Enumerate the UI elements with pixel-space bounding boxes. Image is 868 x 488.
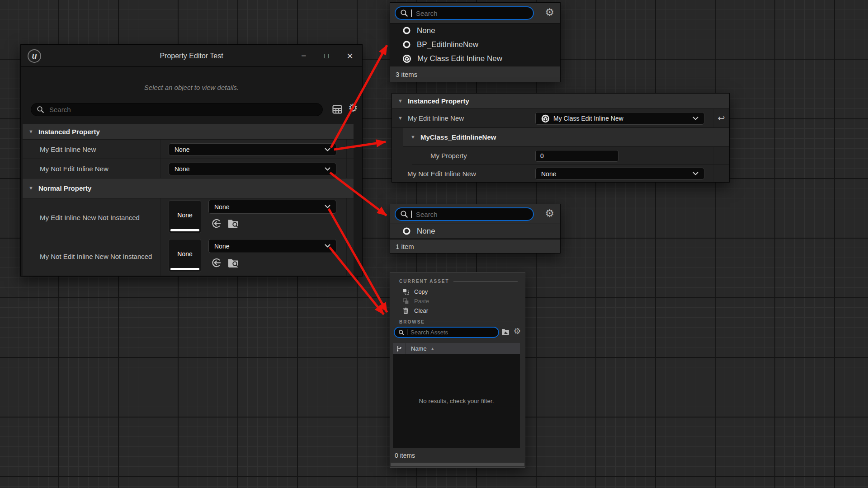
clear-menu-item[interactable]: Clear — [390, 306, 525, 315]
my-edit-inline-new-combo[interactable]: None — [169, 143, 336, 156]
row-my-edit-inline-new-not-instanced: My Edit Inline New Not Instanced None No… — [23, 198, 354, 237]
my-not-edit-inline-new-combo[interactable]: None — [169, 163, 336, 175]
sort-ascending-icon: ▲ — [431, 347, 434, 351]
class-option-label: BP_EditInlineNew — [417, 40, 478, 49]
chevron-down-icon — [693, 117, 698, 121]
reset-to-default-button[interactable]: ↩ — [713, 109, 729, 127]
browse-to-asset-icon[interactable] — [227, 218, 239, 229]
asset-combo[interactable]: None — [208, 239, 336, 253]
minimize-button[interactable]: − — [301, 52, 306, 60]
expander-triangle-icon[interactable]: ▼ — [398, 116, 403, 121]
asset-view-settings-gear-icon[interactable]: ⚙ — [514, 327, 521, 335]
paste-menu-item[interactable]: Paste — [390, 296, 525, 306]
asset-thumbnail[interactable]: None — [169, 239, 201, 272]
column-type-toggle[interactable] — [393, 343, 406, 354]
category-header-instanced-property[interactable]: ▼ Instanced Property — [23, 124, 354, 140]
name-column-header[interactable]: Name ▲ — [406, 345, 434, 352]
property-label: My Edit Inline New — [23, 140, 161, 159]
property-label: My Not Edit Inline New Not Instanced — [23, 237, 161, 276]
class-picker-settings-gear-icon[interactable]: ⚙ — [545, 7, 554, 18]
class-ring-icon — [402, 227, 411, 235]
class-ring-icon — [402, 40, 411, 49]
subobject-label: MyClass_EditInlineNew — [420, 133, 496, 141]
class-picker-search-input[interactable] — [415, 9, 528, 18]
asset-search-box[interactable] — [394, 327, 499, 338]
text-caret — [407, 329, 407, 335]
combo-value: None — [214, 243, 229, 250]
window-titlebar[interactable]: u Property Editor Test − □ × — [21, 45, 362, 67]
class-option-none[interactable]: None — [390, 23, 560, 38]
asset-search-input[interactable] — [410, 328, 495, 336]
empty-results-text: No results, check your filter. — [419, 398, 494, 404]
details-search-input[interactable] — [48, 105, 317, 114]
my-property-number-field[interactable] — [535, 150, 618, 162]
class-option-my-class-edit-inline-new[interactable]: My Class Edit Inline New — [390, 52, 560, 66]
asset-combo[interactable]: None — [208, 200, 336, 214]
details-search-box[interactable] — [31, 103, 323, 116]
instanced-property-panel: ▼ Instanced Property ▼ My Edit Inline Ne… — [392, 93, 730, 183]
category-header-normal-property[interactable]: ▼ Normal Property — [23, 178, 354, 198]
instanced-class-combo[interactable]: My Class Edit Inline New — [535, 112, 704, 125]
search-icon — [400, 9, 408, 17]
chevron-down-icon — [325, 205, 330, 209]
category-label: Instanced Property — [38, 128, 100, 136]
close-button[interactable]: × — [347, 51, 353, 61]
content-folder-icon[interactable] — [501, 328, 509, 335]
class-picker-search-box[interactable] — [395, 6, 534, 20]
editor-desktop-background: u Property Editor Test − □ × Select an o… — [0, 0, 868, 488]
subobject-header-myclass-editinlinenew[interactable]: ▼ MyClass_EditInlineNew — [403, 128, 729, 147]
class-picker-search-input[interactable] — [415, 210, 528, 219]
category-header-instanced-property[interactable]: ▼ Instanced Property — [392, 94, 729, 109]
chevron-down-icon — [325, 148, 330, 152]
combo-value: None — [541, 170, 556, 178]
my-not-edit-inline-new-combo[interactable]: None — [535, 168, 704, 180]
class-option-none[interactable]: None — [390, 224, 560, 238]
asset-item-count: 0 items — [395, 452, 415, 459]
details-settings-gear-icon[interactable]: ⚙ — [348, 103, 358, 113]
use-selected-asset-icon[interactable] — [211, 258, 222, 268]
maximize-button[interactable]: □ — [324, 52, 329, 60]
search-icon — [398, 329, 405, 336]
class-picker-search-box[interactable] — [395, 207, 534, 221]
asset-picker-menu: CURRENT ASSET Copy Paste Clear BROWSE — [390, 272, 525, 468]
class-option-label: None — [417, 26, 435, 35]
class-picker-item-count: 1 item — [390, 239, 560, 253]
details-hint-text: Select an object to view details. — [21, 84, 362, 91]
hierarchy-icon — [396, 346, 402, 352]
paste-icon — [402, 298, 409, 305]
search-icon — [400, 210, 408, 218]
copy-menu-item[interactable]: Copy — [390, 287, 525, 296]
row-my-not-edit-inline-new: My Not Edit Inline New None — [392, 165, 729, 182]
chevron-down-icon — [325, 244, 330, 248]
asset-thumbnail[interactable]: None — [169, 200, 201, 233]
table-icon — [332, 104, 343, 115]
folder-icon — [501, 328, 509, 335]
class-option-bp-editinlinenew[interactable]: BP_EditInlineNew — [390, 38, 560, 52]
asset-list-header: Name ▲ — [393, 343, 520, 354]
row-my-edit-inline-new: ▼ My Edit Inline New My Class Edit Inlin… — [392, 109, 729, 128]
property-label: My Property — [430, 152, 467, 160]
expander-triangle-icon[interactable]: ▼ — [28, 129, 33, 134]
class-option-label: My Class Edit Inline New — [417, 54, 502, 63]
class-cube-icon — [402, 54, 411, 63]
asset-list-empty-area: No results, check your filter. — [393, 354, 520, 448]
use-selected-asset-icon[interactable] — [211, 218, 222, 229]
browse-to-asset-icon[interactable] — [227, 258, 239, 268]
expander-triangle-icon[interactable]: ▼ — [28, 186, 33, 191]
details-rows: ▼ Instanced Property My Edit Inline New … — [23, 124, 354, 276]
thumbnail-label: None — [177, 250, 192, 258]
expander-triangle-icon[interactable]: ▼ — [410, 135, 415, 140]
class-picker-settings-gear-icon[interactable]: ⚙ — [545, 208, 554, 219]
class-picker-popup-large: ⚙ None BP_EditInlineNew My Class Edit In… — [390, 2, 561, 82]
property-label: My Not Edit Inline New — [407, 170, 476, 178]
chevron-down-icon — [325, 167, 330, 171]
horizontal-scrollbar[interactable] — [391, 463, 524, 466]
property-label: My Edit Inline New Not Instanced — [23, 198, 161, 237]
property-matrix-icon[interactable] — [332, 104, 343, 115]
class-ring-icon — [402, 26, 411, 35]
text-caret — [411, 211, 412, 218]
combo-value: None — [175, 165, 189, 173]
expander-triangle-icon[interactable]: ▼ — [398, 99, 403, 103]
property-label: My Not Edit Inline New — [23, 159, 161, 178]
combo-value: None — [214, 203, 229, 211]
